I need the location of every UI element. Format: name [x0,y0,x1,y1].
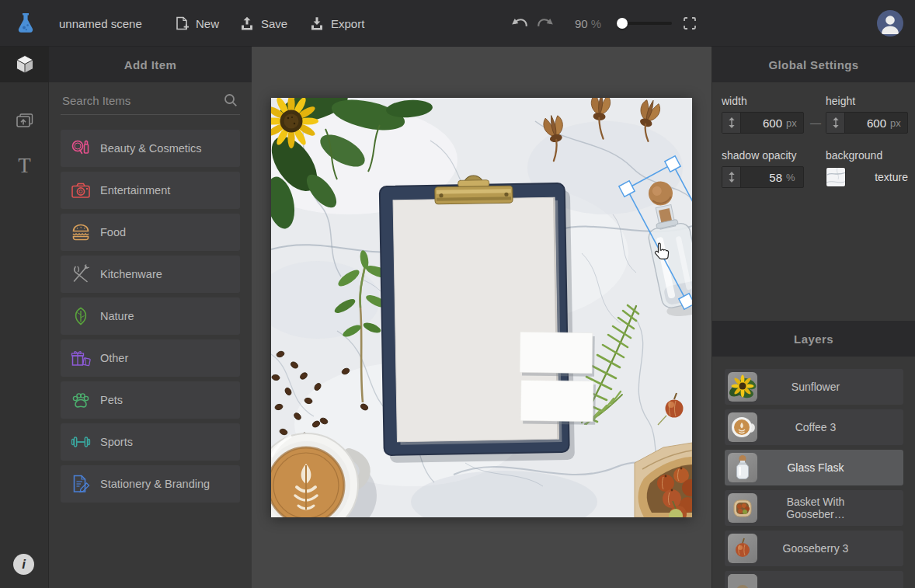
zoom-slider[interactable] [618,22,672,25]
background-value: texture [846,171,908,183]
basket-thumbnail [728,493,757,523]
height-unit: px [890,117,907,129]
shadow-opacity-input[interactable]: 58 % [722,166,804,188]
tool-text[interactable]: T [0,148,49,183]
height-value[interactable]: 600 [845,117,890,130]
user-silhouette-icon [877,10,903,37]
category-label: Entertainment [100,184,170,197]
fit-to-screen-button[interactable] [682,16,698,34]
gooseberry-thumbnail [728,534,757,563]
width-value[interactable]: 600 [741,117,786,130]
height-stepper-icon[interactable] [826,113,845,133]
zoom-value: 90 [575,17,588,30]
layer-row-gooseberry[interactable]: Gooseberry 3 [725,531,903,566]
layer-row-basket[interactable]: Basket With Gooseber… [725,490,903,526]
fit-to-screen-icon [682,16,698,31]
background-control[interactable]: texture [826,166,908,188]
category-label: Pets [100,394,123,406]
layer-row-glass-flask[interactable]: Glass Flask [725,450,903,485]
category-food[interactable]: Food [61,214,240,251]
new-button[interactable]: New [174,0,219,47]
text-tool-icon: T [18,154,31,178]
canvas[interactable] [271,98,692,517]
height-label: height [826,95,855,107]
zoom-slider-knob[interactable] [617,18,628,29]
scene-title[interactable]: unnamed scene [59,0,142,47]
cutlery-icon [70,263,92,285]
layer-name: Basket With Gooseber… [757,496,903,520]
category-label: Other [100,352,128,364]
category-beauty-cosmetics[interactable]: Beauty & Cosmetics [61,130,240,167]
paw-icon [70,389,92,411]
height-input[interactable]: 600 px [826,112,908,134]
global-settings-title: Global Settings [768,58,858,71]
width-stepper-icon[interactable] [722,113,741,133]
save-button-label: Save [261,17,287,30]
width-input[interactable]: 600 px [722,112,804,134]
layer-thumbnail [728,574,757,588]
export-button[interactable]: Export [309,0,364,47]
redo-button[interactable] [537,16,554,33]
camera-icon [70,179,92,201]
background-texture-swatch[interactable] [826,167,846,187]
category-nature[interactable]: Nature [61,297,240,335]
category-other[interactable]: Other [61,339,240,377]
redo-icon [537,16,554,30]
category-stationery-branding[interactable]: Stationery & Branding [61,465,240,503]
shadow-stepper-icon[interactable] [722,167,741,187]
burger-icon [70,221,92,243]
upload-image-icon [15,110,35,130]
search-icon [223,92,238,111]
layer-name: Coffee 3 [757,421,903,433]
undo-button[interactable] [511,16,528,33]
layer-name: Sunflower [757,381,903,393]
shadow-opacity-unit: % [786,172,803,183]
undo-icon [511,16,528,30]
save-button[interactable]: Save [239,0,287,47]
category-pets[interactable]: Pets [61,381,240,419]
zoom-unit: % [591,17,601,30]
layers-header: Layers [712,321,915,357]
add-item-header: Add Item [49,47,252,82]
search-input[interactable] [61,87,240,113]
info-icon: i [22,557,26,572]
category-label: Beauty & Cosmetics [100,142,202,155]
width-unit: px [786,117,803,129]
shadow-opacity-label: shadow opacity [722,149,797,162]
export-download-icon [309,16,325,31]
layer-name: Gooseberry 3 [757,542,903,555]
layer-row-partial[interactable] [725,571,903,588]
tool-rail: T i [0,47,49,588]
search-items-field[interactable] [61,87,240,113]
layer-row-sunflower[interactable]: Sunflower [725,369,903,405]
layer-row-coffee[interactable]: Coffee 3 [725,409,903,445]
shadow-opacity-value[interactable]: 58 [741,171,786,184]
category-entertainment[interactable]: Entertainment [61,172,240,209]
category-list: Beauty & Cosmetics Entertainment [61,130,240,503]
zoom-level: 90 % [575,0,601,47]
app-logo-flask-icon[interactable] [12,10,39,40]
tool-objects[interactable] [0,47,49,82]
new-button-label: New [196,17,219,30]
export-button-label: Export [331,17,364,30]
add-item-panel: Add Item [49,47,252,588]
layer-list: Sunflower Coffee 3 [725,369,903,588]
category-label: Kitchenware [100,268,162,280]
search-underline [61,114,240,115]
layer-name: Glass Flask [757,461,903,474]
glass-flask-thumbnail [728,453,757,482]
stationery-icon [70,473,92,495]
category-label: Sports [100,436,133,448]
info-button[interactable]: i [13,554,34,575]
category-label: Food [100,226,126,238]
new-file-icon [174,16,190,31]
tool-upload-image[interactable] [0,103,49,138]
category-sports[interactable]: Sports [61,423,240,461]
coffee-thumbnail [728,412,757,442]
add-item-title: Add Item [124,58,176,71]
right-panel: Global Settings width height 600 px — 60… [711,47,915,588]
user-avatar[interactable] [877,10,903,37]
cube-icon [13,53,37,76]
category-kitchenware[interactable]: Kitchenware [61,256,240,293]
topbar: unnamed scene New Save [0,0,915,47]
